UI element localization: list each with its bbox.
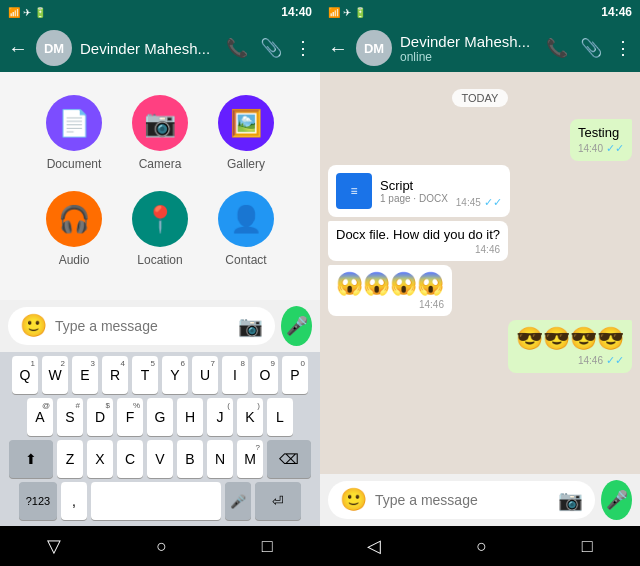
bubble-meta-3: 14:46	[336, 244, 500, 255]
file-details-2: 1 page · DOCX	[380, 193, 448, 204]
key-l[interactable]: L	[267, 398, 293, 436]
left-panel: 📶 ✈ 🔋 14:40 ← DM Devinder Mahesh... 📞 📎 …	[0, 0, 320, 566]
key-i[interactable]: 8I	[222, 356, 248, 394]
key-j[interactable]: (J	[207, 398, 233, 436]
message-row-1: Testing 14:40 ✓✓	[328, 119, 632, 161]
left-more-icon[interactable]: ⋮	[294, 37, 312, 59]
contact-label: Contact	[225, 253, 266, 267]
key-x[interactable]: X	[87, 440, 113, 478]
left-nav-home[interactable]: ○	[156, 536, 167, 557]
attachment-contact[interactable]: 👤 Contact	[218, 191, 274, 267]
bubble-time-4: 14:46	[419, 299, 444, 310]
bubble-sent-5: 😎😎😎😎 14:46 ✓✓	[508, 320, 632, 373]
key-y[interactable]: 6Y	[162, 356, 188, 394]
key-b[interactable]: B	[177, 440, 203, 478]
file-info-2: Script 1 page · DOCX	[380, 178, 448, 204]
attachment-gallery[interactable]: 🖼️ Gallery	[218, 95, 274, 171]
key-a[interactable]: @A	[27, 398, 53, 436]
chat-messages: TODAY Testing 14:40 ✓✓ ≡ Script 1 page ·…	[320, 72, 640, 474]
key-mic[interactable]: 🎤	[225, 482, 251, 520]
key-n[interactable]: N	[207, 440, 233, 478]
key-g[interactable]: G	[147, 398, 173, 436]
key-q[interactable]: 1Q	[12, 356, 38, 394]
message-row-3: Docx file. How did you do it? 14:46	[328, 221, 632, 261]
left-camera-icon[interactable]: 📷	[238, 314, 263, 338]
keyboard-row-1: 1Q 2W 3E 4R 5T 6Y 7U 8I 9O 0P	[2, 356, 318, 394]
attachment-audio[interactable]: 🎧 Audio	[46, 191, 102, 267]
contact-icon: 👤	[218, 191, 274, 247]
bubble-text-3: Docx file. How did you do it?	[336, 227, 500, 242]
left-time: 14:40	[281, 5, 312, 19]
left-message-input-box[interactable]: 🙂 📷	[8, 307, 275, 345]
right-emoji-icon[interactable]: 🙂	[340, 487, 367, 513]
key-space[interactable]	[91, 482, 221, 520]
right-more-icon[interactable]: ⋮	[614, 37, 632, 59]
key-comma[interactable]: ,	[61, 482, 87, 520]
key-h[interactable]: H	[177, 398, 203, 436]
key-o[interactable]: 9O	[252, 356, 278, 394]
file-time-2: 14:45	[456, 197, 481, 208]
right-attach-icon[interactable]: 📎	[580, 37, 602, 59]
left-back-button[interactable]: ←	[8, 37, 28, 60]
bubble-check-1: ✓✓	[606, 142, 624, 155]
right-mic-button[interactable]: 🎤	[601, 480, 632, 520]
bubble-received-3: Docx file. How did you do it? 14:46	[328, 221, 508, 261]
camera-label: Camera	[139, 157, 182, 171]
left-emoji-icon[interactable]: 🙂	[20, 313, 47, 339]
left-status-bar: 📶 ✈ 🔋 14:40	[0, 0, 320, 24]
keyboard: 1Q 2W 3E 4R 5T 6Y 7U 8I 9O 0P @A #S $D %…	[0, 352, 320, 526]
gallery-icon: 🖼️	[218, 95, 274, 151]
right-message-input-box[interactable]: 🙂 📷	[328, 481, 595, 519]
left-nav-back[interactable]: ▽	[47, 535, 61, 557]
right-call-icon[interactable]: 📞	[546, 37, 568, 59]
key-delete[interactable]: ⌫	[267, 440, 311, 478]
message-row-2: ≡ Script 1 page · DOCX 14:45 ✓✓	[328, 165, 632, 217]
date-divider: TODAY	[328, 88, 632, 107]
left-attach-icon[interactable]: 📎	[260, 37, 282, 59]
right-back-button[interactable]: ←	[328, 37, 348, 60]
right-message-input[interactable]	[375, 492, 550, 508]
right-camera-icon[interactable]: 📷	[558, 488, 583, 512]
key-k[interactable]: )K	[237, 398, 263, 436]
key-s[interactable]: #S	[57, 398, 83, 436]
bubble-meta-1: 14:40 ✓✓	[578, 142, 624, 155]
key-u[interactable]: 7U	[192, 356, 218, 394]
attachment-location[interactable]: 📍 Location	[132, 191, 188, 267]
bubble-text-5: 😎😎😎😎	[516, 326, 624, 351]
left-chat-header: ← DM Devinder Mahesh... 📞 📎 ⋮	[0, 24, 320, 72]
key-v[interactable]: V	[147, 440, 173, 478]
bubble-check-5: ✓✓	[606, 354, 624, 367]
attachment-camera[interactable]: 📷 Camera	[132, 95, 188, 171]
key-f[interactable]: %F	[117, 398, 143, 436]
attachment-menu: 📄 Document 📷 Camera 🖼️ Gallery 🎧	[0, 72, 320, 300]
right-nav-recent[interactable]: □	[582, 536, 593, 557]
left-call-icon[interactable]: 📞	[226, 37, 248, 59]
key-t[interactable]: 5T	[132, 356, 158, 394]
left-nav-recent[interactable]: □	[262, 536, 273, 557]
bubble-received-4: 😱😱😱😱 14:46	[328, 265, 452, 316]
key-shift[interactable]: ⬆	[9, 440, 53, 478]
file-icon-2: ≡	[336, 173, 372, 209]
left-message-input[interactable]	[55, 318, 230, 334]
keyboard-row-4: ?123 , 🎤 ⏎	[2, 482, 318, 520]
right-nav-back[interactable]: ◁	[367, 535, 381, 557]
right-nav-home[interactable]: ○	[476, 536, 487, 557]
key-p[interactable]: 0P	[282, 356, 308, 394]
key-m[interactable]: ?M	[237, 440, 263, 478]
key-e[interactable]: 3E	[72, 356, 98, 394]
key-enter[interactable]: ⏎	[255, 482, 301, 520]
left-mic-button[interactable]: 🎤	[281, 306, 312, 346]
key-w[interactable]: 2W	[42, 356, 68, 394]
file-bubble-2: ≡ Script 1 page · DOCX 14:45 ✓✓	[328, 165, 510, 217]
right-chat-header: ← DM Devinder Mahesh... online 📞 📎 ⋮	[320, 24, 640, 72]
key-r[interactable]: 4R	[102, 356, 128, 394]
right-header-icons: 📞 📎 ⋮	[546, 37, 632, 59]
key-num[interactable]: ?123	[19, 482, 57, 520]
key-z[interactable]: Z	[57, 440, 83, 478]
attachment-document[interactable]: 📄 Document	[46, 95, 102, 171]
right-avatar: DM	[356, 30, 392, 66]
left-message-input-area: 🙂 📷 🎤	[0, 300, 320, 352]
right-contact-name: Devinder Mahesh...	[400, 33, 538, 50]
key-c[interactable]: C	[117, 440, 143, 478]
key-d[interactable]: $D	[87, 398, 113, 436]
